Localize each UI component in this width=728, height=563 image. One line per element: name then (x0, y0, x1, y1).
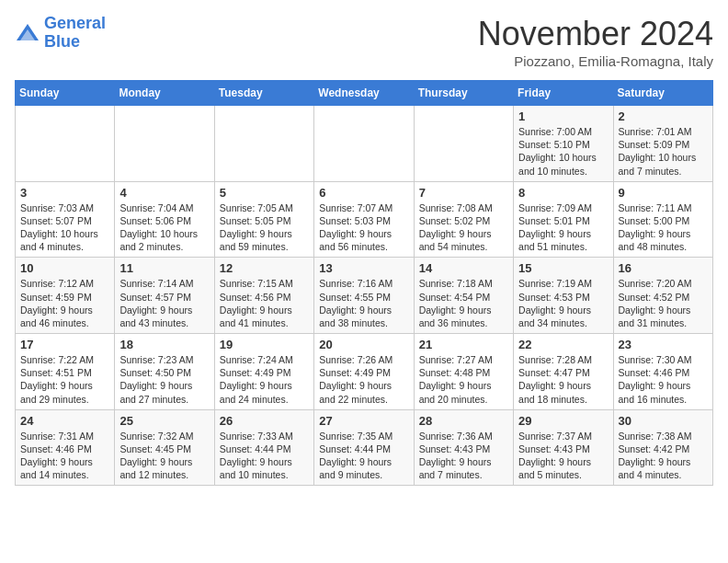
day-number: 29 (518, 414, 608, 428)
day-number: 19 (220, 338, 309, 351)
day-number: 12 (220, 261, 309, 275)
calendar-cell: 3Sunrise: 7:03 AM Sunset: 5:07 PM Daylig… (16, 181, 115, 258)
day-number: 26 (220, 414, 309, 428)
day-number: 3 (20, 186, 109, 200)
day-number: 30 (619, 414, 708, 428)
day-number: 8 (518, 186, 608, 200)
calendar-week-row: 24Sunrise: 7:31 AM Sunset: 4:46 PM Dayli… (16, 409, 713, 486)
day-info: Sunrise: 7:03 AM Sunset: 5:07 PM Dayligh… (20, 201, 109, 254)
logo-general: General (44, 14, 106, 32)
weekday-header-thursday: Thursday (414, 81, 513, 106)
calendar-cell: 13Sunrise: 7:16 AM Sunset: 4:55 PM Dayli… (314, 258, 414, 334)
day-number: 5 (220, 186, 309, 200)
page-header: General Blue November 2024 Piozzano, Emi… (15, 15, 713, 69)
calendar-cell: 25Sunrise: 7:32 AM Sunset: 4:45 PM Dayli… (115, 409, 214, 486)
day-info: Sunrise: 7:11 AM Sunset: 5:00 PM Dayligh… (619, 201, 708, 254)
calendar-cell (16, 106, 115, 182)
day-info: Sunrise: 7:23 AM Sunset: 4:50 PM Dayligh… (119, 353, 209, 406)
calendar-cell: 17Sunrise: 7:22 AM Sunset: 4:51 PM Dayli… (16, 334, 115, 410)
day-info: Sunrise: 7:35 AM Sunset: 4:44 PM Dayligh… (319, 430, 408, 482)
calendar-cell: 1Sunrise: 7:00 AM Sunset: 5:10 PM Daylig… (514, 106, 613, 182)
day-info: Sunrise: 7:38 AM Sunset: 4:42 PM Dayligh… (619, 430, 708, 482)
calendar-cell: 21Sunrise: 7:27 AM Sunset: 4:48 PM Dayli… (414, 334, 513, 410)
calendar-cell: 2Sunrise: 7:01 AM Sunset: 5:09 PM Daylig… (613, 106, 712, 182)
day-info: Sunrise: 7:20 AM Sunset: 4:52 PM Dayligh… (619, 277, 708, 329)
calendar-cell: 30Sunrise: 7:38 AM Sunset: 4:42 PM Dayli… (613, 409, 712, 486)
day-info: Sunrise: 7:12 AM Sunset: 4:59 PM Dayligh… (20, 277, 109, 329)
calendar-cell: 19Sunrise: 7:24 AM Sunset: 4:49 PM Dayli… (214, 334, 313, 410)
day-info: Sunrise: 7:28 AM Sunset: 4:47 PM Dayligh… (518, 353, 608, 406)
day-number: 22 (518, 338, 608, 351)
weekday-header-row: SundayMondayTuesdayWednesdayThursdayFrid… (16, 81, 713, 106)
day-number: 27 (319, 414, 408, 428)
day-info: Sunrise: 7:18 AM Sunset: 4:54 PM Dayligh… (419, 277, 508, 329)
day-info: Sunrise: 7:15 AM Sunset: 4:56 PM Dayligh… (220, 277, 309, 329)
title-block: November 2024 Piozzano, Emilia-Romagna, … (478, 15, 713, 69)
month-title: November 2024 (478, 15, 713, 53)
day-number: 21 (419, 338, 508, 351)
day-number: 20 (319, 338, 408, 351)
calendar-cell: 22Sunrise: 7:28 AM Sunset: 4:47 PM Dayli… (514, 334, 613, 410)
day-info: Sunrise: 7:33 AM Sunset: 4:44 PM Dayligh… (220, 430, 309, 482)
location-subtitle: Piozzano, Emilia-Romagna, Italy (478, 53, 713, 69)
day-info: Sunrise: 7:16 AM Sunset: 4:55 PM Dayligh… (319, 277, 408, 329)
calendar-cell: 23Sunrise: 7:30 AM Sunset: 4:46 PM Dayli… (613, 334, 712, 410)
day-info: Sunrise: 7:01 AM Sunset: 5:09 PM Dayligh… (619, 125, 708, 178)
day-number: 25 (119, 414, 209, 428)
calendar-cell: 6Sunrise: 7:07 AM Sunset: 5:03 PM Daylig… (314, 181, 414, 258)
logo-blue: Blue (44, 32, 80, 51)
day-number: 14 (419, 261, 508, 275)
logo-icon (15, 20, 40, 46)
day-info: Sunrise: 7:26 AM Sunset: 4:49 PM Dayligh… (319, 353, 408, 406)
calendar-cell: 12Sunrise: 7:15 AM Sunset: 4:56 PM Dayli… (214, 258, 313, 334)
day-info: Sunrise: 7:24 AM Sunset: 4:49 PM Dayligh… (220, 353, 309, 406)
calendar-cell: 18Sunrise: 7:23 AM Sunset: 4:50 PM Dayli… (115, 334, 214, 410)
day-number: 7 (419, 186, 508, 200)
day-number: 6 (319, 186, 408, 200)
day-info: Sunrise: 7:32 AM Sunset: 4:45 PM Dayligh… (119, 430, 209, 482)
day-info: Sunrise: 7:37 AM Sunset: 4:43 PM Dayligh… (518, 430, 608, 482)
calendar-cell: 10Sunrise: 7:12 AM Sunset: 4:59 PM Dayli… (16, 258, 115, 334)
calendar-body: 1Sunrise: 7:00 AM Sunset: 5:10 PM Daylig… (16, 106, 713, 486)
day-info: Sunrise: 7:19 AM Sunset: 4:53 PM Dayligh… (518, 277, 608, 329)
day-info: Sunrise: 7:00 AM Sunset: 5:10 PM Dayligh… (518, 125, 608, 178)
day-number: 4 (119, 186, 209, 200)
weekday-header-monday: Monday (115, 81, 214, 106)
day-info: Sunrise: 7:31 AM Sunset: 4:46 PM Dayligh… (20, 430, 109, 482)
calendar-header: SundayMondayTuesdayWednesdayThursdayFrid… (16, 81, 713, 106)
calendar-cell: 28Sunrise: 7:36 AM Sunset: 4:43 PM Dayli… (414, 409, 513, 486)
day-number: 11 (119, 261, 209, 275)
weekday-header-sunday: Sunday (16, 81, 115, 106)
calendar-table: SundayMondayTuesdayWednesdayThursdayFrid… (15, 80, 713, 486)
day-number: 1 (518, 109, 608, 123)
calendar-week-row: 3Sunrise: 7:03 AM Sunset: 5:07 PM Daylig… (16, 181, 713, 258)
calendar-cell: 29Sunrise: 7:37 AM Sunset: 4:43 PM Dayli… (514, 409, 613, 486)
day-number: 24 (20, 414, 109, 428)
day-number: 28 (419, 414, 508, 428)
day-info: Sunrise: 7:27 AM Sunset: 4:48 PM Dayligh… (419, 353, 508, 406)
logo-text: General Blue (44, 15, 106, 52)
day-info: Sunrise: 7:14 AM Sunset: 4:57 PM Dayligh… (119, 277, 209, 329)
calendar-cell: 27Sunrise: 7:35 AM Sunset: 4:44 PM Dayli… (314, 409, 414, 486)
calendar-cell: 5Sunrise: 7:05 AM Sunset: 5:05 PM Daylig… (214, 181, 313, 258)
calendar-cell: 15Sunrise: 7:19 AM Sunset: 4:53 PM Dayli… (514, 258, 613, 334)
calendar-cell (115, 106, 214, 182)
calendar-cell: 4Sunrise: 7:04 AM Sunset: 5:06 PM Daylig… (115, 181, 214, 258)
calendar-cell: 24Sunrise: 7:31 AM Sunset: 4:46 PM Dayli… (16, 409, 115, 486)
day-number: 9 (619, 186, 708, 200)
day-number: 13 (319, 261, 408, 275)
calendar-cell (414, 106, 513, 182)
weekday-header-friday: Friday (514, 81, 613, 106)
day-number: 17 (20, 338, 109, 351)
day-number: 2 (619, 109, 708, 123)
day-info: Sunrise: 7:05 AM Sunset: 5:05 PM Dayligh… (220, 201, 309, 254)
calendar-cell (214, 106, 313, 182)
day-number: 16 (619, 261, 708, 275)
weekday-header-tuesday: Tuesday (214, 81, 313, 106)
day-number: 10 (20, 261, 109, 275)
weekday-header-wednesday: Wednesday (314, 81, 414, 106)
day-info: Sunrise: 7:08 AM Sunset: 5:02 PM Dayligh… (419, 201, 508, 254)
weekday-header-saturday: Saturday (613, 81, 712, 106)
day-info: Sunrise: 7:30 AM Sunset: 4:46 PM Dayligh… (619, 353, 708, 406)
calendar-cell: 8Sunrise: 7:09 AM Sunset: 5:01 PM Daylig… (514, 181, 613, 258)
